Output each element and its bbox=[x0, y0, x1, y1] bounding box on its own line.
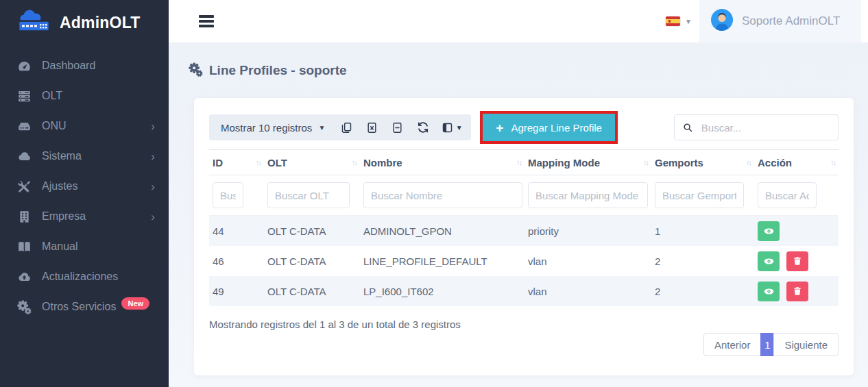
sort-icon: ↑↓ bbox=[516, 158, 521, 166]
sidebar-nav: Dashboard OLT ONU › Sistema bbox=[0, 51, 169, 322]
cell-gemports: 1 bbox=[651, 216, 754, 247]
page-1-button[interactable]: 1 bbox=[760, 333, 774, 356]
view-button[interactable] bbox=[758, 282, 780, 301]
logo[interactable]: AdminOLT bbox=[0, 0, 169, 44]
cell-actions bbox=[754, 216, 839, 247]
cell-actions bbox=[754, 276, 839, 306]
sidebar-item-onu[interactable]: ONU › bbox=[0, 111, 169, 141]
export-file-button[interactable] bbox=[385, 114, 410, 140]
sidebar-item-actualizaciones[interactable]: Actualizaciones bbox=[0, 262, 169, 292]
global-search bbox=[674, 114, 839, 140]
sidebar-item-label: Sistema bbox=[42, 150, 82, 162]
table-row: 46 OLT C-DATA LINE_PROFILE_DEFAULT vlan … bbox=[209, 246, 839, 276]
add-line-profile-label: Agregar Line Profile bbox=[511, 122, 602, 134]
page-title: Line Profiles - soporte bbox=[187, 62, 347, 79]
table-toolbar: Mostrar 10 registros ▼ bbox=[209, 111, 839, 144]
cell-nombre: LP_I600_IT602 bbox=[360, 276, 525, 306]
column-header-id[interactable]: ID↑↓ bbox=[209, 150, 264, 175]
delete-button[interactable] bbox=[786, 282, 808, 301]
copy-button[interactable] bbox=[334, 114, 359, 140]
topbar: ▼ Soporte AdminOLT bbox=[169, 0, 868, 42]
avatar bbox=[711, 9, 733, 34]
eye-icon bbox=[763, 286, 775, 297]
chevron-down-icon: ▼ bbox=[685, 18, 692, 25]
filter-nombre-input[interactable] bbox=[363, 182, 522, 208]
sidebar-item-manual[interactable]: Manual bbox=[0, 232, 169, 262]
cell-olt: OLT C-DATA bbox=[264, 246, 360, 276]
column-header-accion[interactable]: Acción↑↓ bbox=[754, 150, 839, 175]
chevron-down-icon: ▼ bbox=[318, 124, 325, 132]
search-input[interactable] bbox=[700, 121, 830, 134]
page-length-label: Mostrar 10 registros bbox=[221, 122, 312, 134]
plus-icon: + bbox=[496, 121, 503, 134]
line-profiles-card: Mostrar 10 registros ▼ bbox=[194, 98, 854, 375]
sidebar-item-ajustes[interactable]: Ajustes › bbox=[0, 171, 169, 201]
book-icon bbox=[16, 239, 32, 254]
sort-icon: ↑↓ bbox=[746, 158, 751, 166]
eye-icon bbox=[763, 255, 775, 267]
filter-id-input[interactable] bbox=[213, 182, 243, 208]
cloud-upload-icon bbox=[16, 269, 32, 284]
sidebar-item-sistema[interactable]: Sistema › bbox=[0, 141, 169, 171]
cell-id: 44 bbox=[209, 216, 264, 247]
sidebar-item-dashboard[interactable]: Dashboard bbox=[0, 51, 169, 81]
sidebar-item-label: Empresa bbox=[42, 210, 86, 223]
sort-icon: ↑↓ bbox=[352, 158, 357, 166]
sidebar-item-empresa[interactable]: Empresa › bbox=[0, 201, 169, 232]
olt-icon bbox=[16, 88, 32, 103]
onu-icon bbox=[16, 118, 32, 134]
table-filter-row bbox=[209, 175, 839, 216]
filter-olt-input[interactable] bbox=[267, 182, 350, 208]
column-header-olt[interactable]: OLT↑↓ bbox=[264, 150, 360, 175]
refresh-button[interactable] bbox=[410, 114, 435, 140]
language-dropdown[interactable]: ▼ bbox=[666, 0, 692, 42]
copy-icon bbox=[341, 122, 352, 134]
previous-page-button[interactable]: Anterior bbox=[703, 333, 762, 356]
main-content: Line Profiles - soporte Mostrar 10 regis… bbox=[169, 42, 868, 387]
menu-toggle-button[interactable] bbox=[199, 15, 214, 30]
chevron-down-icon: ▼ bbox=[456, 124, 463, 132]
columns-icon bbox=[442, 122, 453, 134]
add-line-profile-button[interactable]: + Agregar Line Profile bbox=[483, 114, 615, 141]
sidebar-item-label: Otros Servicios bbox=[42, 301, 116, 313]
view-button[interactable] bbox=[758, 221, 780, 241]
filter-gemports-input[interactable] bbox=[655, 182, 744, 208]
sidebar-item-otros-servicios[interactable]: Otros Servicios New bbox=[0, 292, 169, 322]
column-header-gemports[interactable]: Gemports↑↓ bbox=[651, 150, 754, 175]
user-menu[interactable]: Soporte AdminOLT bbox=[699, 0, 861, 42]
sidebar-item-label: Ajustes bbox=[42, 180, 77, 192]
sidebar-item-olt[interactable]: OLT bbox=[0, 81, 169, 111]
table-row: 44 OLT C-DATA ADMINOLT_GPON priority 1 bbox=[209, 216, 839, 247]
logo-icon bbox=[15, 8, 53, 37]
column-header-mapping-mode[interactable]: Mapping Mode↑↓ bbox=[525, 150, 651, 175]
page-length-dropdown[interactable]: Mostrar 10 registros ▼ bbox=[212, 122, 334, 134]
column-header-nombre[interactable]: Nombre↑↓ bbox=[360, 150, 525, 175]
cell-id: 46 bbox=[209, 246, 264, 276]
cell-olt: OLT C-DATA bbox=[264, 276, 360, 306]
view-button[interactable] bbox=[758, 251, 780, 271]
cell-mapping-mode: priority bbox=[525, 216, 651, 247]
sidebar-item-label: Manual bbox=[42, 240, 77, 253]
excel-icon bbox=[366, 122, 378, 134]
column-visibility-dropdown[interactable]: ▼ bbox=[435, 114, 468, 140]
logo-text: AdminOLT bbox=[60, 14, 140, 32]
user-name: Soporte AdminOLT bbox=[742, 14, 840, 28]
sidebar-item-label: ONU bbox=[42, 120, 67, 132]
chevron-right-icon: › bbox=[151, 121, 155, 132]
sort-icon: ↑↓ bbox=[830, 158, 835, 166]
table-info: Mostrando registros del 1 al 3 de un tot… bbox=[209, 319, 461, 330]
next-page-button[interactable]: Siguiente bbox=[773, 333, 839, 356]
cell-gemports: 2 bbox=[651, 276, 754, 306]
export-excel-button[interactable] bbox=[359, 114, 385, 140]
delete-button[interactable] bbox=[786, 251, 808, 271]
filter-accion-input[interactable] bbox=[758, 182, 817, 208]
search-icon bbox=[683, 122, 692, 133]
filter-mapping-mode-input[interactable] bbox=[528, 182, 648, 208]
pagination: Anterior 1 Siguiente bbox=[703, 333, 839, 356]
table-tools-group: Mostrar 10 registros ▼ bbox=[209, 114, 471, 140]
table-header-row: ID↑↓ OLT↑↓ Nombre↑↓ Mapping Mode↑↓ Gempo… bbox=[209, 150, 839, 175]
sort-icon: ↑↓ bbox=[256, 158, 261, 166]
cell-gemports: 2 bbox=[651, 246, 754, 276]
sidebar-item-label: OLT bbox=[42, 90, 62, 102]
chevron-right-icon: › bbox=[151, 151, 155, 162]
